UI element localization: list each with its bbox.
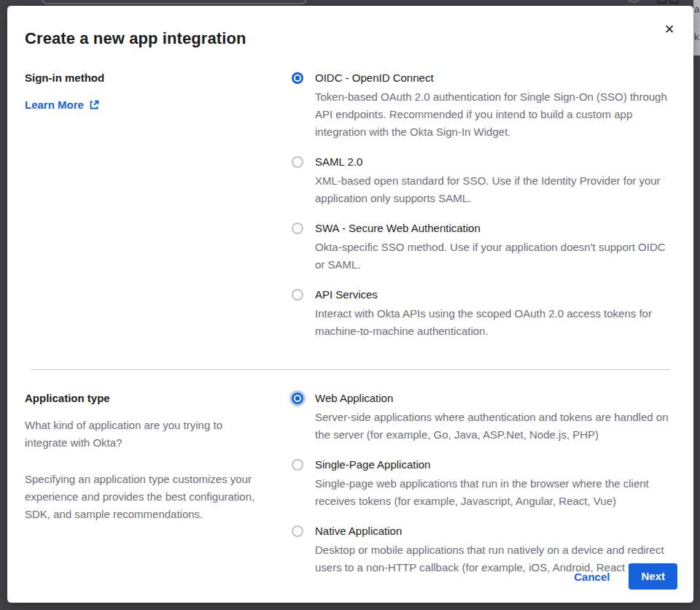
radio-button-saml[interactable] (292, 156, 303, 168)
dialog-footer: Cancel Next (574, 563, 677, 590)
learn-more-label: Learn More (25, 99, 84, 111)
option-label: OIDC - OpenID Connect (315, 72, 676, 85)
option-description: Okta-specific SSO method. Use if your ap… (315, 239, 676, 274)
radio-option-oidc[interactable]: OIDC - OpenID Connect Token-based OAuth … (292, 72, 676, 141)
radio-button-oidc[interactable] (292, 72, 303, 84)
radio-option-api-services[interactable]: API Services Interact with Okta APIs usi… (292, 288, 676, 340)
application-type-options: Web Application Server-side applications… (292, 392, 676, 576)
background-grid-icon-fragment (669, 0, 679, 4)
option-label: SAML 2.0 (315, 155, 676, 169)
background-grid-icon-fragment (657, 0, 666, 4)
option-description: Interact with Okta APIs using the scoped… (315, 305, 676, 340)
signin-method-section: Sign-in method Learn More OIDC - OpenID … (25, 72, 676, 340)
radio-button-single-page-application[interactable] (292, 459, 303, 471)
option-label: Native Application (315, 525, 676, 538)
next-button[interactable]: Next (629, 563, 677, 590)
option-label: SWA - Secure Web Authentication (315, 222, 676, 235)
radio-option-swa[interactable]: SWA - Secure Web Authentication Okta-spe… (292, 222, 676, 274)
option-label: API Services (315, 288, 676, 301)
radio-button-web-application[interactable] (292, 393, 303, 404)
signin-method-left-column: Sign-in method Learn More (25, 72, 292, 340)
background-text-fragment: a (694, 4, 699, 14)
option-label: Web Application (315, 392, 676, 405)
application-type-label: Application type (25, 392, 262, 405)
external-link-icon (89, 100, 99, 110)
learn-more-link[interactable]: Learn More (25, 99, 99, 111)
option-label: Single-Page Application (315, 458, 676, 471)
option-description: XML-based open standard for SSO. Use if … (315, 172, 676, 207)
application-type-section: Application type What kind of applicatio… (25, 392, 676, 576)
dialog-title: Create a new app integration (25, 29, 676, 48)
section-divider (31, 369, 670, 370)
background-page-sliver: a k (693, 0, 700, 55)
option-description: Single-page web applications that run in… (315, 475, 676, 510)
signin-method-label: Sign-in method (25, 72, 262, 85)
option-description: Token-based OAuth 2.0 authentication for… (315, 88, 676, 141)
radio-option-saml[interactable]: SAML 2.0 XML-based open standard for SSO… (292, 155, 676, 207)
signin-method-options: OIDC - OpenID Connect Token-based OAuth … (292, 72, 676, 340)
application-type-help-2: Specifying an application type customize… (25, 471, 262, 523)
radio-button-native-application[interactable] (292, 525, 303, 537)
background-searchbar-fragment (42, 0, 307, 4)
radio-option-web-application[interactable]: Web Application Server-side applications… (292, 392, 676, 444)
radio-button-swa[interactable] (292, 223, 303, 234)
option-description: Server-side applications where authentic… (315, 409, 676, 444)
background-text-fragment: k (694, 32, 699, 42)
create-app-integration-dialog: ✕ Create a new app integration Sign-in m… (7, 6, 693, 603)
radio-button-api-services[interactable] (292, 289, 303, 301)
application-type-left-column: Application type What kind of applicatio… (25, 392, 292, 576)
background-help-icon-fragment (624, 0, 643, 3)
radio-option-single-page-application[interactable]: Single-Page Application Single-page web … (292, 458, 676, 510)
cancel-button[interactable]: Cancel (574, 571, 610, 583)
close-icon[interactable]: ✕ (661, 22, 677, 38)
application-type-help-1: What kind of application are you trying … (25, 417, 262, 452)
